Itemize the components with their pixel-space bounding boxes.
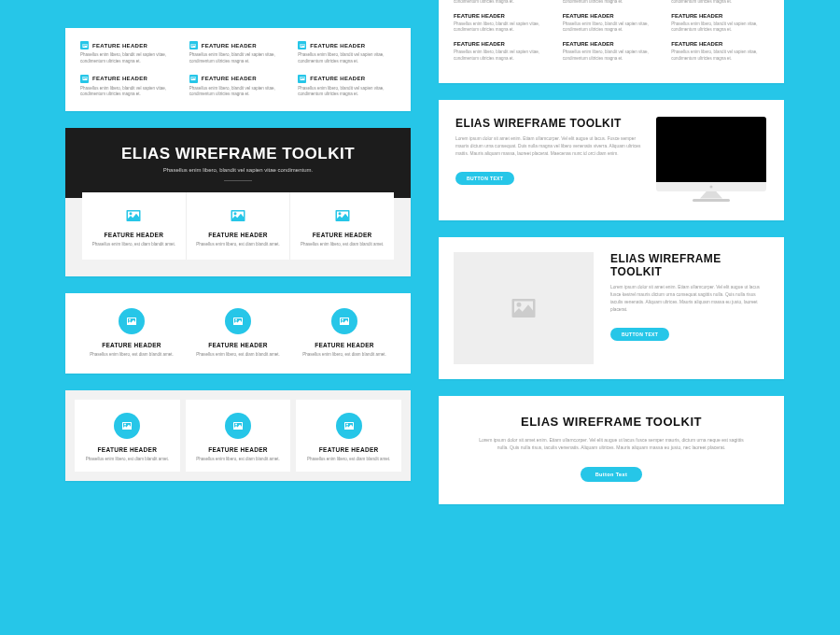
feature-item: FEATURE HEADER Phasellus enim libero, bl…	[80, 75, 178, 99]
text-columns-card: Phasellus enim libero, blandit vel sapie…	[439, 0, 784, 83]
feature-item: FEATURE HEADER Phasellus enim libero, bl…	[80, 41, 178, 65]
feature-body: Phasellus enim libero, est diam blandit …	[194, 242, 283, 248]
column-body: Phasellus enim libero, blandit vel sapie…	[454, 49, 552, 63]
feature-header-label: FEATURE HEADER	[191, 446, 286, 453]
column-body: Phasellus enim libero, blandit vel sapie…	[563, 49, 661, 63]
section-title: ELIAS WIREFRAME TOOLKIT	[610, 252, 769, 278]
image-icon	[119, 308, 145, 334]
feature-header-label: FEATURE HEADER	[563, 13, 661, 19]
feature-header-label: FEATURE HEADER	[92, 76, 147, 81]
text-column: Phasellus enim libero, blandit vel sapie…	[563, 0, 661, 70]
image-icon	[80, 75, 89, 83]
feature-body: Phasellus enim libero, blandit vel sapie…	[80, 86, 178, 99]
feature-item: FEATURE HEADER Phasellus enim libero, bl…	[189, 75, 287, 99]
divider	[224, 180, 252, 181]
column-body: Phasellus enim libero, blandit vel sapie…	[454, 0, 552, 6]
feature-card: FEATURE HEADER Phasellus enim libero, es…	[187, 192, 291, 260]
feature-body: Phasellus enim libero, est diam blandit …	[80, 457, 175, 463]
feature-body: Phasellus enim libero, blandit vel sapie…	[189, 52, 287, 65]
feature-row-circles-card: FEATURE HEADER Phasellus enim libero, es…	[65, 293, 411, 374]
feature-card: FEATURE HEADER Phasellus enim libero, es…	[186, 400, 291, 473]
feature-header-label: FEATURE HEADER	[190, 342, 286, 348]
feature-item: FEATURE HEADER Phasellus enim libero, es…	[84, 308, 179, 359]
image-icon	[298, 41, 306, 49]
image-icon	[125, 207, 142, 224]
feature-body: Phasellus enim libero, est diam blandit …	[298, 242, 386, 248]
image-icon	[80, 41, 89, 49]
text-column: Phasellus enim libero, blandit vel sapie…	[454, 0, 552, 70]
hero-title: ELIAS WIREFRAME TOOLKIT	[65, 145, 411, 163]
feature-header-label: FEATURE HEADER	[297, 342, 392, 348]
feature-item: FEATURE HEADER Phasellus enim libero, bl…	[298, 41, 396, 65]
feature-item: FEATURE HEADER Phasellus enim libero, es…	[297, 308, 392, 359]
image-icon	[189, 75, 198, 83]
feature-body: Phasellus enim libero, blandit vel sapie…	[80, 52, 178, 65]
cta-button[interactable]: Button Text	[581, 467, 643, 482]
feature-header-label: FEATURE HEADER	[671, 13, 769, 19]
feature-card: FEATURE HEADER Phasellus enim libero, es…	[296, 400, 401, 473]
image-placeholder	[454, 252, 594, 364]
feature-header-label: FEATURE HEADER	[90, 232, 178, 238]
image-icon	[336, 413, 362, 439]
hero-with-monitor-card: ELIAS WIREFRAME TOOLKIT Lorem ipsum dolo…	[439, 100, 784, 220]
feature-body: Phasellus enim libero, est diam blandit …	[297, 352, 392, 359]
feature-header-label: FEATURE HEADER	[84, 342, 179, 348]
feature-header-label: FEATURE HEADER	[298, 232, 386, 238]
image-icon	[298, 75, 306, 83]
section-body: Lorem ipsum dolor sit amet enim. Etiam u…	[476, 436, 747, 452]
feature-header-label: FEATURE HEADER	[80, 446, 175, 453]
monitor-illustration	[655, 117, 767, 202]
feature-header-label: FEATURE HEADER	[92, 43, 147, 49]
column-body: Phasellus enim libero, blandit vel sapie…	[454, 21, 552, 35]
feature-header-label: FEATURE HEADER	[310, 43, 365, 49]
feature-card: FEATURE HEADER Phasellus enim libero, es…	[290, 192, 394, 260]
image-left-text-card: ELIAS WIREFRAME TOOLKIT Lorem ipsum dolo…	[439, 237, 784, 379]
image-icon	[189, 41, 198, 49]
feature-card: FEATURE HEADER Phasellus enim libero, es…	[75, 400, 180, 473]
column-body: Phasellus enim libero, blandit vel sapie…	[671, 21, 769, 35]
feature-body: Phasellus enim libero, est diam blandit …	[191, 457, 286, 463]
feature-item: FEATURE HEADER Phasellus enim libero, es…	[190, 308, 286, 359]
cta-button[interactable]: BUTTON TEXT	[610, 328, 669, 341]
hero-dark-card: ELIAS WIREFRAME TOOLKIT Phasellus enim l…	[65, 128, 411, 276]
feature-body: Phasellus enim libero, est diam blandit …	[90, 242, 178, 248]
section-body: Lorem ipsum dolor sit amet enim. Etiam u…	[610, 284, 769, 315]
section-title: ELIAS WIREFRAME TOOLKIT	[476, 415, 747, 429]
image-icon	[230, 207, 246, 224]
feature-grid-card-small-icons: FEATURE HEADER Phasellus enim libero, bl…	[65, 28, 411, 111]
cta-button[interactable]: BUTTON TEXT	[455, 172, 514, 185]
column-body: Phasellus enim libero, blandit vel sapie…	[563, 0, 661, 6]
section-body: Lorem ipsum dolor sit amet enim. Etiam u…	[455, 135, 642, 158]
centered-cta-card: ELIAS WIREFRAME TOOLKIT Lorem ipsum dolo…	[439, 396, 784, 504]
feature-body: Phasellus enim libero, est diam blandit …	[301, 457, 396, 463]
feature-card: FEATURE HEADER Phasellus enim libero, es…	[82, 192, 187, 260]
image-icon	[331, 308, 357, 334]
feature-body: Phasellus enim libero, est diam blandit …	[190, 352, 286, 359]
feature-item: FEATURE HEADER Phasellus enim libero, bl…	[298, 75, 396, 99]
column-body: Phasellus enim libero, blandit vel sapie…	[563, 21, 661, 35]
feature-header-label: FEATURE HEADER	[454, 41, 552, 47]
feature-header-label: FEATURE HEADER	[671, 41, 769, 47]
feature-header-label: FEATURE HEADER	[301, 446, 396, 453]
feature-header-label: FEATURE HEADER	[202, 76, 257, 81]
feature-row-boxed-card: FEATURE HEADER Phasellus enim libero, es…	[65, 390, 411, 482]
feature-body: Phasellus enim libero, blandit vel sapie…	[298, 86, 396, 99]
feature-header-label: FEATURE HEADER	[563, 41, 661, 47]
feature-header-label: FEATURE HEADER	[454, 13, 552, 19]
feature-item: FEATURE HEADER Phasellus enim libero, bl…	[189, 41, 287, 65]
feature-header-label: FEATURE HEADER	[202, 43, 257, 49]
column-body: Phasellus enim libero, blandit vel sapie…	[671, 0, 769, 6]
image-icon	[114, 413, 140, 439]
text-column: Phasellus enim libero, blandit vel sapie…	[671, 0, 769, 70]
section-title: ELIAS WIREFRAME TOOLKIT	[455, 117, 642, 130]
hero-subtitle: Phasellus enim libero, blandit vel sapie…	[65, 167, 411, 173]
image-icon	[334, 207, 351, 224]
column-body: Phasellus enim libero, blandit vel sapie…	[671, 49, 769, 63]
feature-header-label: FEATURE HEADER	[310, 76, 365, 81]
feature-header-label: FEATURE HEADER	[194, 232, 283, 238]
image-icon	[225, 308, 251, 334]
feature-body: Phasellus enim libero, blandit vel sapie…	[298, 52, 396, 65]
image-icon	[225, 413, 251, 439]
feature-body: Phasellus enim libero, blandit vel sapie…	[189, 86, 287, 99]
feature-body: Phasellus enim libero, est diam blandit …	[84, 352, 179, 359]
